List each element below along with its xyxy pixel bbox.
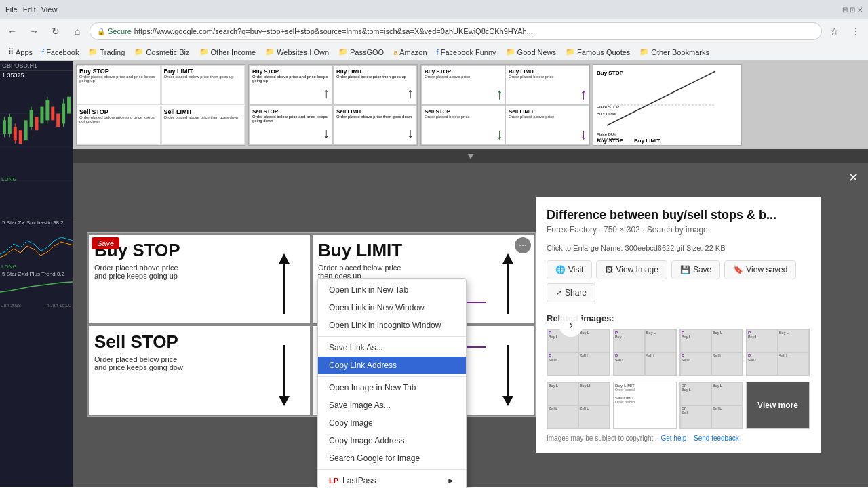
long-label2: LONG	[1, 264, 73, 270]
context-save-image-as[interactable]: Save Image As...	[318, 396, 466, 414]
reload-button[interactable]: ↻	[46, 22, 65, 41]
bookmarks-bar: ⠿ Apps f Facebook 📁 Trading 📁 Cosmetic B…	[0, 43, 868, 61]
context-lastpass[interactable]: LP LastPass ►	[318, 472, 466, 488]
bookmark-other[interactable]: 📁 Other Bookmarks	[635, 46, 713, 58]
secure-text: Secure	[108, 27, 132, 35]
submenu-arrow-icon: ►	[447, 476, 455, 485]
svg-rect-24	[0, 279, 73, 299]
forward-button[interactable]: →	[24, 22, 43, 41]
related-thumb-5[interactable]: Buy L Buy LI Sell L Sell L	[547, 382, 610, 429]
get-help-link[interactable]: Get help	[660, 434, 686, 442]
folder-icon-websites: 📁	[265, 47, 275, 56]
svg-rect-23	[0, 227, 73, 261]
context-open-new-window[interactable]: Open Link in New Window	[318, 299, 466, 317]
bookmark-button[interactable]: ☆	[825, 22, 844, 41]
send-feedback-link[interactable]: Send feedback	[694, 434, 739, 442]
bookmark-websites[interactable]: 📁 Websites I Own	[261, 46, 333, 58]
large-image-container: Save ⋯ Buy STOP Order placed above price…	[87, 232, 536, 417]
view-image-button[interactable]: 🖼 View Image	[596, 260, 667, 279]
back-button[interactable]: ←	[3, 22, 22, 41]
context-open-incognito[interactable]: Open Link in Incognito Window	[318, 317, 466, 334]
bookmark-facebook-funny[interactable]: f Facebook Funny	[433, 47, 500, 58]
svg-text:Buy LIMIT: Buy LIMIT	[634, 138, 660, 144]
edit-menu[interactable]: Edit	[23, 5, 36, 14]
buy-stop-arrow	[264, 250, 304, 318]
folder-icon-other: 📁	[639, 47, 649, 56]
visit-button[interactable]: 🌐 Visit	[547, 260, 592, 279]
svg-marker-36	[502, 253, 513, 264]
address-bar[interactable]: 🔒 Secure https://www.google.com/search?q…	[90, 22, 822, 40]
chart-pair: GBPUSD.H1	[0, 61, 73, 71]
save-image-button[interactable]: Save	[92, 237, 119, 249]
svg-text:Place BUY: Place BUY	[597, 132, 616, 136]
thumb-4[interactable]: Buy STOP Place STOP BUY Order Buy STOP B…	[593, 64, 742, 146]
related-thumb-2[interactable]: PBuy L Buy L PSell L Sell L	[613, 329, 677, 376]
bookmark-good-news[interactable]: 📁 Good News	[502, 46, 560, 58]
bookmark-amazon[interactable]: a Amazon	[389, 47, 431, 58]
related-thumb-6[interactable]: Buy LIMIT Order placed Sell LIMIT Order …	[613, 382, 677, 429]
folder-icon-trading: 📁	[88, 47, 98, 56]
close-button[interactable]: ✕	[844, 168, 863, 187]
folder-icon-quotes: 📁	[566, 47, 575, 56]
related-thumb-3[interactable]: PBuy L Buy L PSell L Sell L	[679, 329, 743, 376]
bookmark-icon: 🔖	[733, 265, 743, 274]
bookmark-passgoo[interactable]: 📁 PassGOO	[334, 46, 388, 58]
next-arrow[interactable]: ›	[559, 312, 583, 337]
context-copy-image-address[interactable]: Copy Image Address	[318, 432, 466, 449]
svg-rect-14	[35, 117, 39, 130]
context-open-image-new-tab[interactable]: Open Image in New Tab	[318, 379, 466, 396]
sell-limit-arrow	[488, 342, 528, 409]
svg-rect-19	[56, 113, 60, 127]
context-open-new-tab[interactable]: Open Link in New Tab	[318, 281, 466, 299]
file-menu[interactable]: File	[5, 5, 18, 14]
view-saved-button[interactable]: 🔖 View saved	[724, 260, 796, 279]
browser-chrome: File Edit View ⊟ ⊡ ✕ ← → ↻ ⌂ 🔒 Secure ht…	[0, 0, 868, 61]
sell-stop-arrow	[264, 342, 304, 409]
save-button[interactable]: 💾 Save	[671, 260, 720, 279]
view-more-button[interactable]: View more	[746, 382, 810, 429]
context-copy-image[interactable]: Copy Image	[318, 414, 466, 432]
lastpass-icon: LP	[329, 476, 338, 485]
related-thumb-4[interactable]: PBuy L Buy L PSell L Sell L	[746, 329, 810, 376]
footer-links: Get help Send feedback	[660, 434, 744, 442]
svg-text:Place STOP: Place STOP	[597, 105, 619, 109]
buy-limit-arrow	[488, 250, 528, 318]
home-button[interactable]: ⌂	[68, 22, 87, 41]
bookmark-facebook[interactable]: f Facebook	[38, 47, 83, 58]
bookmark-apps[interactable]: ⠿ Apps	[4, 46, 37, 58]
thumb-2[interactable]: Buy STOP Order placed above price and pr…	[248, 64, 418, 146]
bookmark-quotes[interactable]: 📁 Famous Quotes	[561, 46, 634, 58]
svg-marker-40	[502, 396, 513, 406]
bookmark-cosmetic[interactable]: 📁 Cosmetic Biz	[130, 46, 193, 58]
footer-text: Images may be subject to copyright. · Ge…	[547, 434, 810, 442]
share-button[interactable]: ↗ Share	[547, 283, 595, 302]
scroll-indicator[interactable]: ▼	[73, 149, 868, 163]
context-copy-link-address[interactable]: Copy Link Address	[318, 357, 466, 374]
folder-icon-income: 📁	[199, 47, 209, 56]
context-menu: Open Link in New Tab Open Link in New Wi…	[317, 278, 467, 488]
trading-chart-sidebar: GBPUSD.H1 1.35375	[0, 61, 73, 487]
thumb-3[interactable]: Buy STOP Order placed above price ↑ Buy …	[420, 64, 590, 146]
bookmark-other-income[interactable]: 📁 Other Income	[195, 46, 260, 58]
svg-marker-38	[279, 396, 290, 406]
image-title: Difference between buy/sell stops & b...	[547, 208, 810, 222]
date-labels: Jan 2018 4 Jan 16:00	[0, 302, 73, 309]
svg-rect-18	[51, 107, 54, 121]
image-display-area: ✕ Save ⋯ Buy STOP Order placed above pri…	[73, 163, 868, 487]
main-content: GBPUSD.H1 1.35375	[0, 61, 868, 487]
view-menu[interactable]: View	[41, 5, 58, 14]
related-thumb-7[interactable]: OPBuy L Buy L OPSell Sell L	[679, 382, 743, 429]
related-thumb-1[interactable]: PBuy L Buy L PSell L Sell L	[547, 329, 610, 376]
amazon-icon: a	[393, 48, 397, 56]
bookmark-trading[interactable]: 📁 Trading	[84, 46, 129, 58]
svg-text:STOP Order: STOP Order	[597, 137, 619, 141]
svg-marker-34	[279, 253, 290, 264]
stochastic-chart	[0, 227, 73, 261]
folder-icon-passgoo: 📁	[338, 47, 348, 56]
context-search-google-image[interactable]: Search Google for Image	[318, 449, 466, 467]
address-text: https://www.google.com/search?q=buy+stop…	[134, 27, 814, 35]
stochastic-label: 5 Star ZX Stochastic 38.2	[0, 218, 73, 227]
thumb-1[interactable]: Buy STOP Order placed above price and pr…	[76, 64, 245, 146]
context-save-link-as[interactable]: Save Link As...	[318, 339, 466, 357]
settings-button[interactable]: ⋮	[846, 22, 865, 41]
